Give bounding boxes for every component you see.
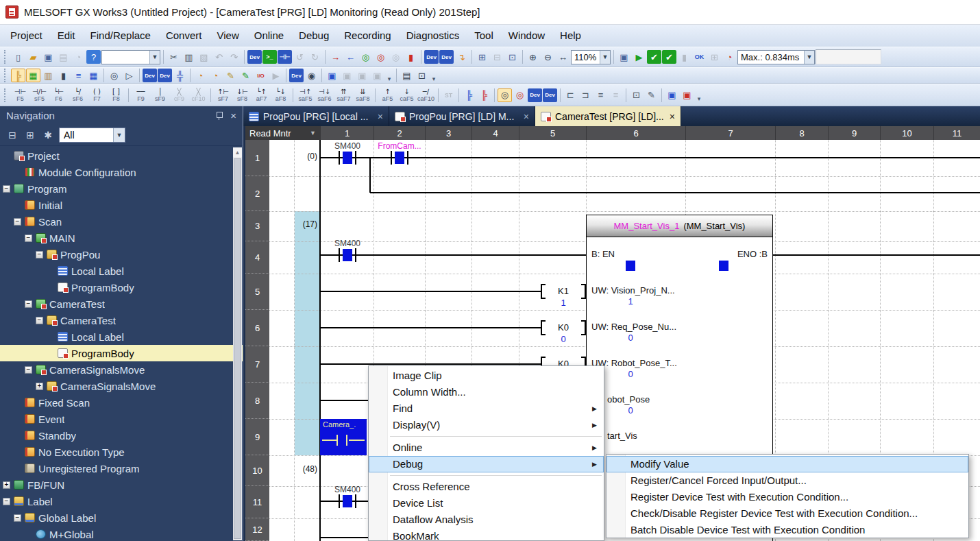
falling-contact-button[interactable]: ↓⊢sF8 xyxy=(233,85,252,105)
find-doc-icon[interactable]: ◎ xyxy=(498,88,512,102)
toolbar-overflow-caret-icon[interactable]: ▾ xyxy=(695,88,703,102)
tree-item-no-execution-type[interactable]: No Execution Type xyxy=(0,444,243,460)
menu-help[interactable]: Help xyxy=(552,25,589,47)
debug-submenu-item-register-device-test-with-execution-condition[interactable]: Register Device Test with Execution Cond… xyxy=(607,489,968,505)
tree-minus-expander[interactable]: − xyxy=(25,235,32,242)
run-gray-icon[interactable]: ▶ xyxy=(269,69,283,82)
menu-tool[interactable]: Tool xyxy=(467,25,501,47)
verify-gray-icon[interactable]: ◎ xyxy=(389,50,403,64)
tree-item-programbody[interactable]: ProgramBody xyxy=(0,279,243,296)
tree-minus-expander[interactable]: − xyxy=(25,300,32,308)
status-field[interactable] xyxy=(816,49,881,64)
tree-item-module-configuration[interactable]: Module Configuration xyxy=(0,164,243,180)
rising-np-branch-button[interactable]: ⇈saF7 xyxy=(334,85,353,105)
insert-row-icon[interactable]: ╠ xyxy=(462,88,476,102)
window-monitor-icon[interactable]: ▣ xyxy=(325,69,339,82)
close-icon[interactable]: × xyxy=(230,110,236,121)
column-header-11[interactable]: 11 xyxy=(933,126,980,140)
label-editor-icon[interactable]: ✎ xyxy=(223,69,238,82)
tree-item-camerasignalsmove[interactable]: +CameraSignalsMove xyxy=(0,378,243,394)
debug-submenu-item-batch-disable-device-test-with-execution-condition[interactable]: Batch Disable Device Test with Execution… xyxy=(607,522,968,538)
context-menu-item-dataflow-analysis[interactable]: Dataflow Analysis xyxy=(369,512,604,528)
delete-row-icon[interactable]: ╠ xyxy=(477,88,491,102)
open-branch-button[interactable]: └⊢F6 xyxy=(49,85,68,105)
tree-collapse-icon[interactable]: ⊟ xyxy=(5,128,20,143)
project-tree-icon[interactable]: ╠ xyxy=(11,69,25,82)
scan-time-icon[interactable]: ◔ xyxy=(722,50,737,64)
debug-submenu-item-modify-value[interactable]: Modify Value xyxy=(607,456,968,472)
menu-online[interactable]: Online xyxy=(247,25,291,47)
project-data-combo[interactable]: ▼ xyxy=(101,50,160,64)
toolbar-overflow-caret-icon[interactable]: ▾ xyxy=(430,69,438,82)
device-grid-icon[interactable]: ▦ xyxy=(86,69,101,82)
device-monitor-icon[interactable]: ⊣⊢ xyxy=(278,50,292,64)
scrollbar-up-icon[interactable]: ▲ xyxy=(233,147,242,157)
instruction-button[interactable]: [ ]F8 xyxy=(107,85,125,105)
toolbar-grip[interactable] xyxy=(4,88,8,102)
inline-st-icon[interactable]: ST xyxy=(441,88,456,102)
ok-arrow-icon[interactable]: OK xyxy=(692,50,707,64)
build-icon[interactable]: ⊞ xyxy=(475,50,489,64)
contact-symbol[interactable] xyxy=(339,151,340,165)
tree-minus-expander[interactable]: − xyxy=(14,218,21,226)
row-header-10[interactable]: 10 xyxy=(245,455,269,486)
save-blue-icon[interactable]: ▣ xyxy=(665,88,679,102)
tree-item-event[interactable]: Event xyxy=(0,411,243,427)
tree-item-fb-fun[interactable]: +FB/FUN xyxy=(0,477,243,493)
comment-icon[interactable]: ✎ xyxy=(644,88,659,102)
convert-check-1-icon[interactable]: ✔ xyxy=(647,50,661,64)
row-header-6[interactable]: 6 xyxy=(245,310,269,346)
edit-check-icon[interactable]: ⊡ xyxy=(629,88,644,102)
copy-icon[interactable]: ▥ xyxy=(182,50,196,64)
falling-branch-button[interactable]: └↓aF8 xyxy=(271,85,290,105)
save-red-icon[interactable]: ▣ xyxy=(680,88,694,102)
history-icon[interactable]: ◔ xyxy=(71,50,86,64)
write-to-plc-icon[interactable]: → xyxy=(328,50,343,64)
block-out-icon[interactable]: ⊐ xyxy=(578,88,593,102)
column-header-10[interactable]: 10 xyxy=(880,126,933,140)
fb-gray-icon[interactable]: ⊞ xyxy=(707,50,722,64)
scrollbar-thumb[interactable] xyxy=(234,158,241,539)
device-find-icon[interactable]: Dev xyxy=(289,69,304,82)
align-gray-icon[interactable]: ≡ xyxy=(609,88,623,102)
block-in-icon[interactable]: ⊏ xyxy=(563,88,578,102)
falling-np-contact-button[interactable]: ⊣↓saF6 xyxy=(315,85,334,105)
context-menu-item-debug[interactable]: Debug▶ xyxy=(369,456,604,472)
device-comment-icon[interactable]: Dev xyxy=(247,50,262,64)
paste-icon[interactable]: ▧ xyxy=(197,50,211,64)
contact-symbol[interactable] xyxy=(339,494,340,508)
chevron-down-icon[interactable]: ▼ xyxy=(600,51,610,64)
v-line-button[interactable]: │sF9 xyxy=(151,85,169,105)
pulse-up-button[interactable]: ↑aF5 xyxy=(378,85,397,105)
tree-item-standby[interactable]: Standby xyxy=(0,427,243,444)
align-list-icon[interactable]: ≡ xyxy=(593,88,608,102)
column-header-8[interactable]: 8 xyxy=(775,126,828,140)
menu-recording[interactable]: Recording xyxy=(336,25,398,47)
rising-branch-button[interactable]: └↑aF7 xyxy=(252,85,271,105)
row-header-12[interactable]: 12 xyxy=(245,518,269,541)
tree-item-scan[interactable]: −Scan xyxy=(0,213,243,230)
open-contact-button[interactable]: ⊣⊢F5 xyxy=(11,85,29,105)
tree-filter-combo[interactable]: All ▼ xyxy=(59,128,125,143)
comment-redo-icon[interactable]: ↻ xyxy=(308,50,322,64)
window-capture-icon[interactable]: ▣ xyxy=(617,50,631,64)
tree-item-program[interactable]: −Program xyxy=(0,180,243,197)
jump-icon[interactable]: ↴ xyxy=(454,50,469,64)
column-header-2[interactable]: 2 xyxy=(373,126,425,140)
device-batch-icon[interactable]: Dev xyxy=(158,69,172,82)
tree-item-initial[interactable]: Initial xyxy=(0,197,243,213)
window-1-icon[interactable]: ▣ xyxy=(340,69,354,82)
chevron-down-icon[interactable]: ▼ xyxy=(149,51,160,64)
column-header-5[interactable]: 5 xyxy=(519,126,586,140)
zoom-out-icon[interactable]: ⊖ xyxy=(541,50,555,64)
chevron-down-icon[interactable]: ▼ xyxy=(804,51,814,64)
column-header-7[interactable]: 7 xyxy=(685,126,775,140)
context-menu-item-find[interactable]: Find▶ xyxy=(369,400,604,417)
row-header-1[interactable]: 1 xyxy=(245,140,269,176)
toolbar-grip[interactable] xyxy=(4,69,8,82)
menu-convert[interactable]: Convert xyxy=(158,25,210,47)
context-menu-item-bookmark[interactable]: BookMark xyxy=(369,528,604,541)
tree-item-cameratest[interactable]: −CameraTest xyxy=(0,312,243,328)
closed-contact-button[interactable]: ⊣∕⊢sF5 xyxy=(30,85,49,105)
falling-np-branch-button[interactable]: ⇊saF8 xyxy=(354,85,372,105)
